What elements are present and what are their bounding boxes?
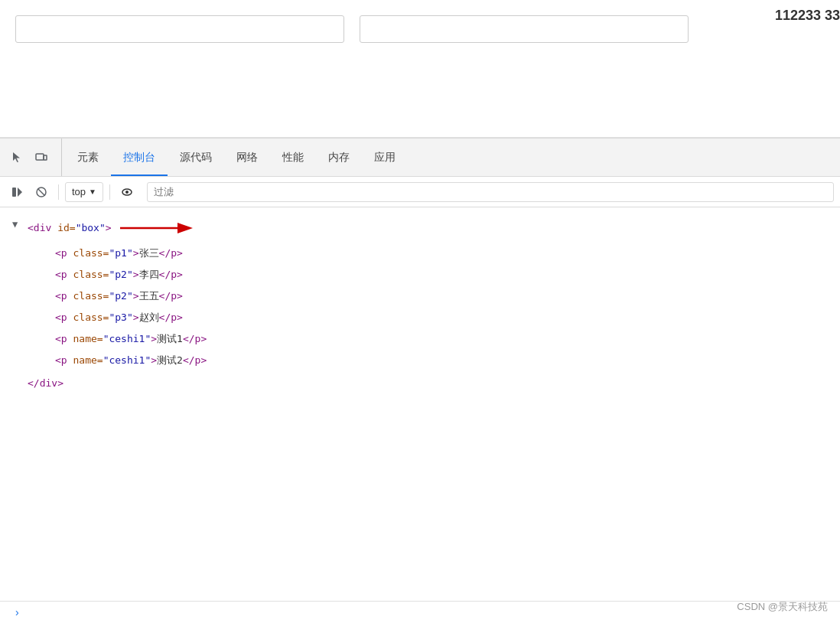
prompt-chevron-icon: › [15, 606, 19, 618]
toolbar-divider-1 [58, 184, 59, 200]
dropdown-arrow-icon: ▼ [89, 188, 96, 196]
context-selector[interactable]: top ▼ [65, 182, 103, 202]
code-line-p3: <p class="p3">赵刘</p> [55, 307, 840, 328]
svg-point-7 [125, 191, 129, 194]
svg-marker-3 [18, 188, 22, 197]
console-toolbar: top ▼ [0, 177, 840, 207]
code-line-p2-wangwu: <p class="p2">王五</p> [55, 285, 840, 307]
svg-rect-0 [36, 154, 44, 160]
cursor-icon[interactable] [6, 147, 28, 168]
code-line-p2-lisi: <p class="p2">李四</p> [55, 264, 840, 285]
filter-input[interactable] [147, 182, 834, 202]
red-arrow-annotation [120, 217, 197, 240]
devtools-body: ▼ <div id="box"> <p class="p1">张三</p> [0, 207, 840, 623]
input-area [15, 8, 689, 43]
code-block-children: <p class="p1">张三</p> <p class="p2">李四</p… [0, 243, 840, 372]
tab-console[interactable]: 控制台 [111, 139, 168, 176]
eye-icon-button[interactable] [116, 181, 138, 203]
console-prompt-area[interactable]: › [0, 601, 840, 623]
tab-sources[interactable]: 源代码 [168, 139, 224, 176]
collapse-arrow[interactable]: ▼ [12, 217, 18, 232]
csdn-watermark: CSDN @景天科技苑 [737, 600, 828, 614]
code-attr-id: id= [57, 222, 75, 233]
svg-marker-9 [177, 223, 193, 233]
tab-memory[interactable]: 内存 [316, 139, 362, 176]
devtools-tab-bar: 元素 控制台 源代码 网络 性能 内存 应用 [0, 139, 840, 177]
browser-number: 112233 33 [775, 8, 840, 24]
svg-rect-1 [44, 155, 47, 160]
console-output: ▼ <div id="box"> <p class="p1">张三</p> [0, 207, 840, 601]
code-line-div-close: </div> [0, 372, 840, 395]
code-line-p1: <p class="p1">张三</p> [55, 243, 840, 264]
tab-performance[interactable]: 性能 [270, 139, 316, 176]
devtools-icon-group [6, 139, 62, 176]
svg-line-5 [38, 188, 45, 195]
code-tag-open: <div [28, 222, 57, 233]
devtools-panel: 元素 控制台 源代码 网络 性能 内存 应用 [0, 138, 840, 623]
tab-application[interactable]: 应用 [362, 139, 408, 176]
tab-network[interactable]: 网络 [224, 139, 270, 176]
tab-elements[interactable]: 元素 [65, 139, 111, 176]
code-line-ceshi2: <p name="ceshi1">测试2</p> [55, 350, 840, 371]
code-line-div-open: ▼ <div id="box"> [0, 214, 840, 243]
code-value-box: "box" [76, 222, 106, 233]
clear-console-button[interactable] [6, 181, 28, 203]
context-label: top [72, 186, 86, 197]
prohibit-button[interactable] [31, 181, 52, 203]
code-line-ceshi1: <p name="ceshi1">测试1</p> [55, 328, 840, 350]
browser-content-area: 112233 33 [0, 0, 840, 138]
browser-input-1[interactable] [15, 15, 344, 43]
browser-input-2[interactable] [360, 15, 689, 43]
code-tag-close-bracket: > [106, 222, 112, 233]
toolbar-divider-2 [109, 184, 110, 200]
svg-rect-2 [12, 188, 16, 197]
device-toggle-icon[interactable] [31, 147, 52, 168]
